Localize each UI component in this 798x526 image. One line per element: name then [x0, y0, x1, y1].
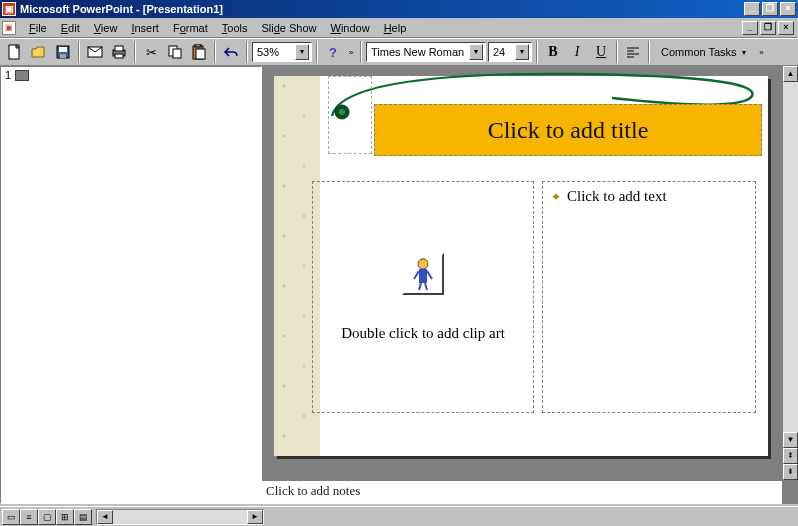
- paste-icon: [192, 44, 206, 60]
- notes-placeholder-text: Click to add notes: [266, 483, 360, 498]
- scroll-down-button[interactable]: ▼: [783, 432, 798, 448]
- common-tasks-label: Common Tasks: [661, 46, 737, 58]
- undo-button[interactable]: [220, 41, 242, 63]
- slide-canvas-area[interactable]: Click to add title Double click to add c…: [262, 66, 798, 480]
- view-buttons: ▭ ≡ ▢ ⊞ ▤: [0, 509, 94, 525]
- next-slide-button[interactable]: ⇟: [783, 464, 798, 480]
- font-combo[interactable]: Times New Roman ▼: [366, 42, 486, 62]
- menu-window[interactable]: Window: [324, 20, 377, 36]
- workspace: 1 Click to add title: [0, 66, 798, 504]
- toolbar-more-button[interactable]: »: [346, 41, 356, 63]
- svg-rect-7: [115, 54, 123, 58]
- chevron-right-icon: »: [759, 48, 763, 57]
- svg-rect-9: [173, 49, 181, 58]
- email-button[interactable]: [84, 41, 106, 63]
- title-placeholder[interactable]: Click to add title: [374, 104, 762, 156]
- standard-toolbar: ✂ 53% ▼ ? » Times New Roman ▼ 24 ▼ B I U: [0, 38, 798, 66]
- outline-view-button[interactable]: ≡: [20, 509, 38, 525]
- chevron-down-icon: ▼: [469, 44, 483, 60]
- menu-view[interactable]: View: [87, 20, 125, 36]
- cut-button[interactable]: ✂: [140, 41, 162, 63]
- vertical-scrollbar[interactable]: ▲ ▼ ⇞ ⇟: [782, 66, 798, 480]
- slide-view-button[interactable]: ▢: [38, 509, 56, 525]
- format-toolbar-more-button[interactable]: »: [757, 41, 767, 63]
- status-bar: ▭ ≡ ▢ ⊞ ▤ ◄ ►: [0, 506, 798, 526]
- menu-file[interactable]: File: [22, 20, 54, 36]
- outline-slide-entry[interactable]: 1: [1, 67, 261, 83]
- underline-button[interactable]: U: [590, 41, 612, 63]
- save-icon: [56, 45, 70, 59]
- horizontal-scrollbar[interactable]: ◄ ►: [96, 509, 264, 525]
- app-icon: ▣: [2, 2, 16, 16]
- slide-canvas[interactable]: Click to add title Double click to add c…: [274, 76, 768, 456]
- help-button[interactable]: ?: [322, 41, 344, 63]
- doc-minimize-button[interactable]: _: [742, 21, 758, 35]
- slide-thumb-icon: [15, 70, 29, 81]
- chevron-right-icon: »: [349, 48, 353, 57]
- bold-button[interactable]: B: [542, 41, 564, 63]
- clipart-icon: [402, 253, 444, 295]
- close-button[interactable]: ×: [780, 2, 796, 16]
- new-button[interactable]: [4, 41, 26, 63]
- text-placeholder[interactable]: ✦Click to add text: [542, 181, 756, 413]
- font-value: Times New Roman: [371, 46, 464, 58]
- maximize-button[interactable]: ❐: [762, 2, 778, 16]
- cut-icon: ✂: [146, 45, 157, 60]
- zoom-value: 53%: [257, 46, 279, 58]
- scroll-up-button[interactable]: ▲: [783, 66, 798, 82]
- chevron-down-icon: ▼: [515, 44, 529, 60]
- slide-pane: Click to add title Double click to add c…: [262, 66, 798, 504]
- bullet-icon: ✦: [551, 190, 561, 204]
- notes-pane[interactable]: Click to add notes: [262, 480, 782, 504]
- menu-tools[interactable]: Tools: [215, 20, 255, 36]
- copy-icon: [168, 45, 182, 59]
- sorter-view-button[interactable]: ⊞: [56, 509, 74, 525]
- italic-button[interactable]: I: [566, 41, 588, 63]
- paste-button[interactable]: [188, 41, 210, 63]
- svg-rect-3: [60, 54, 66, 58]
- ruler-guide: [328, 76, 372, 154]
- print-button[interactable]: [108, 41, 130, 63]
- menu-format[interactable]: Format: [166, 20, 215, 36]
- menu-edit[interactable]: Edit: [54, 20, 87, 36]
- scroll-right-button[interactable]: ►: [247, 510, 263, 524]
- copy-button[interactable]: [164, 41, 186, 63]
- svg-rect-12: [195, 44, 201, 47]
- open-button[interactable]: [28, 41, 50, 63]
- menu-help[interactable]: Help: [377, 20, 414, 36]
- document-icon[interactable]: ▣: [2, 21, 16, 35]
- window-controls: _ ❐ ×: [744, 2, 796, 16]
- font-size-value: 24: [493, 46, 505, 58]
- scroll-track[interactable]: [783, 82, 798, 432]
- doc-close-button[interactable]: ×: [778, 21, 794, 35]
- title-bar: ▣ Microsoft PowerPoint - [Presentation1]…: [0, 0, 798, 18]
- prev-slide-button[interactable]: ⇞: [783, 448, 798, 464]
- svg-rect-2: [59, 47, 67, 52]
- clipart-placeholder[interactable]: Double click to add clip art: [312, 181, 534, 413]
- font-size-combo[interactable]: 24 ▼: [488, 42, 532, 62]
- print-icon: [111, 45, 127, 59]
- common-tasks-button[interactable]: Common Tasks ▼: [654, 41, 755, 63]
- menu-insert[interactable]: Insert: [124, 20, 166, 36]
- chevron-down-icon: ▼: [295, 44, 309, 60]
- svg-rect-6: [115, 46, 123, 51]
- normal-view-button[interactable]: ▭: [2, 509, 20, 525]
- undo-icon: [223, 46, 239, 58]
- open-icon: [31, 45, 47, 59]
- doc-restore-button[interactable]: ❐: [760, 21, 776, 35]
- slideshow-view-button[interactable]: ▤: [74, 509, 92, 525]
- menu-slideshow[interactable]: Slide Show: [254, 20, 323, 36]
- outline-pane[interactable]: 1: [0, 66, 262, 504]
- chevron-down-icon: ▼: [741, 49, 748, 56]
- outline-slide-number: 1: [5, 69, 11, 81]
- minimize-button[interactable]: _: [744, 2, 760, 16]
- zoom-combo[interactable]: 53% ▼: [252, 42, 312, 62]
- email-icon: [87, 46, 103, 58]
- svg-rect-11: [196, 49, 205, 59]
- scroll-left-button[interactable]: ◄: [97, 510, 113, 524]
- svg-rect-20: [419, 269, 427, 283]
- align-left-button[interactable]: [622, 41, 644, 63]
- save-button[interactable]: [52, 41, 74, 63]
- title-placeholder-text: Click to add title: [488, 117, 649, 144]
- clipart-placeholder-text: Double click to add clip art: [341, 325, 505, 342]
